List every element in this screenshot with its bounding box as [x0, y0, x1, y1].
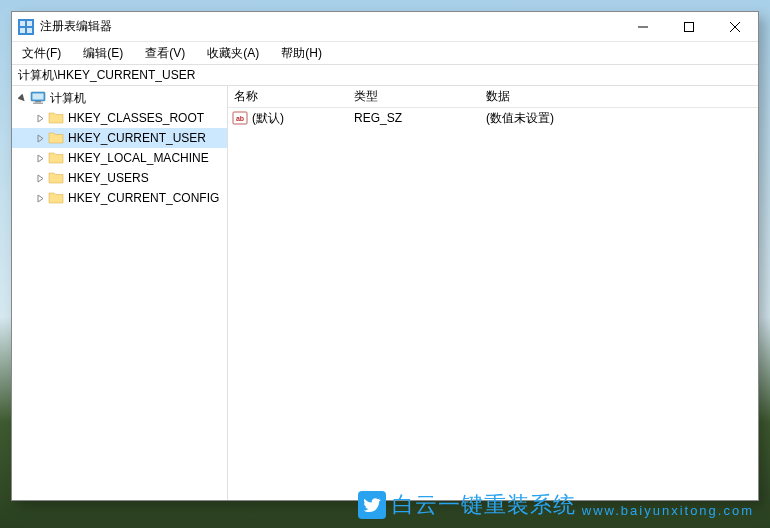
- string-value-icon: ab: [232, 110, 248, 126]
- value-type: REG_SZ: [348, 111, 480, 125]
- list-header: 名称 类型 数据: [228, 86, 758, 108]
- watermark-url: www.baiyunxitong.com: [582, 503, 754, 518]
- titlebar: 注册表编辑器: [12, 12, 758, 42]
- folder-icon: [48, 170, 64, 186]
- menubar: 文件(F) 编辑(E) 查看(V) 收藏夹(A) 帮助(H): [12, 42, 758, 64]
- twisty-expanded-icon[interactable]: [14, 90, 30, 106]
- value-data: (数值未设置): [480, 110, 758, 127]
- twisty-collapsed-icon[interactable]: [32, 110, 48, 126]
- app-icon: [18, 19, 34, 35]
- tree-item-label: HKEY_USERS: [68, 171, 149, 185]
- minimize-button[interactable]: [620, 12, 666, 41]
- menu-edit[interactable]: 编辑(E): [79, 43, 127, 64]
- svg-rect-1: [20, 21, 25, 26]
- tree-root[interactable]: 计算机: [12, 88, 227, 108]
- computer-icon: [30, 90, 46, 106]
- twisty-collapsed-icon[interactable]: [32, 190, 48, 206]
- minimize-icon: [638, 22, 648, 32]
- tree-item[interactable]: HKEY_CURRENT_USER: [12, 128, 227, 148]
- tree-item-label: HKEY_CURRENT_USER: [68, 131, 206, 145]
- watermark-logo-icon: [358, 491, 386, 519]
- tree-panel: 计算机 HKEY_CLASSES_ROOTHKEY_CURRENT_USERHK…: [12, 86, 228, 500]
- svg-rect-10: [33, 94, 44, 100]
- menu-favorites[interactable]: 收藏夹(A): [203, 43, 263, 64]
- list-panel: 名称 类型 数据 ab(默认)REG_SZ(数值未设置): [228, 86, 758, 500]
- column-type[interactable]: 类型: [348, 88, 480, 105]
- column-name[interactable]: 名称: [228, 88, 348, 105]
- maximize-button[interactable]: [666, 12, 712, 41]
- twisty-collapsed-icon[interactable]: [32, 150, 48, 166]
- tree-item[interactable]: HKEY_CLASSES_ROOT: [12, 108, 227, 128]
- window-title: 注册表编辑器: [40, 18, 112, 35]
- close-icon: [730, 22, 740, 32]
- svg-rect-4: [27, 28, 32, 33]
- list-row[interactable]: ab(默认)REG_SZ(数值未设置): [228, 108, 758, 128]
- folder-icon: [48, 190, 64, 206]
- address-bar[interactable]: 计算机\HKEY_CURRENT_USER: [12, 64, 758, 86]
- window-controls: [620, 12, 758, 41]
- registry-editor-window: 注册表编辑器 文件(F) 编辑(E) 查看(V) 收藏夹(A) 帮助(H) 计算…: [11, 11, 759, 501]
- menu-view[interactable]: 查看(V): [141, 43, 189, 64]
- tree-item-label: HKEY_LOCAL_MACHINE: [68, 151, 209, 165]
- twisty-collapsed-icon[interactable]: [32, 170, 48, 186]
- svg-rect-2: [27, 21, 32, 26]
- tree-root-label: 计算机: [50, 90, 86, 107]
- watermark-text: 白云一键重装系统: [392, 490, 576, 520]
- tree-item-label: HKEY_CURRENT_CONFIG: [68, 191, 219, 205]
- tree-item-label: HKEY_CLASSES_ROOT: [68, 111, 204, 125]
- svg-text:ab: ab: [236, 115, 244, 122]
- folder-icon: [48, 130, 64, 146]
- svg-rect-11: [35, 101, 41, 103]
- menu-file[interactable]: 文件(F): [18, 43, 65, 64]
- tree-item[interactable]: HKEY_USERS: [12, 168, 227, 188]
- maximize-icon: [684, 22, 694, 32]
- svg-rect-6: [685, 22, 694, 31]
- folder-icon: [48, 110, 64, 126]
- watermark: 白云一键重装系统 www.baiyunxitong.com: [358, 490, 754, 520]
- content-area: 计算机 HKEY_CLASSES_ROOTHKEY_CURRENT_USERHK…: [12, 86, 758, 500]
- value-name: (默认): [252, 110, 284, 127]
- svg-rect-3: [20, 28, 25, 33]
- tree-item[interactable]: HKEY_LOCAL_MACHINE: [12, 148, 227, 168]
- close-button[interactable]: [712, 12, 758, 41]
- tree-item[interactable]: HKEY_CURRENT_CONFIG: [12, 188, 227, 208]
- menu-help[interactable]: 帮助(H): [277, 43, 326, 64]
- svg-rect-12: [33, 103, 43, 105]
- column-data[interactable]: 数据: [480, 88, 758, 105]
- twisty-collapsed-icon[interactable]: [32, 130, 48, 146]
- folder-icon: [48, 150, 64, 166]
